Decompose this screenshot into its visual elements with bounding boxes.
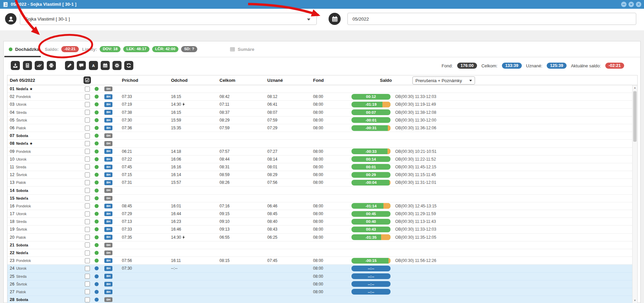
row-checkbox[interactable] bbox=[85, 172, 90, 177]
cell-celkom: 08:42 bbox=[213, 94, 261, 99]
cell-prichod: 06:21 bbox=[116, 149, 164, 154]
celkom-label: Celkom: bbox=[481, 63, 498, 68]
row-checkbox[interactable] bbox=[85, 117, 90, 123]
row-checkbox[interactable] bbox=[85, 157, 90, 162]
employee-select[interactable]: Sojka Vlastimil [ 30-1 ] bbox=[20, 13, 317, 25]
tab-saldo[interactable]: Saldo: -02:21 bbox=[45, 41, 79, 57]
close-button[interactable]: × bbox=[636, 2, 641, 7]
employee-select-value: Sojka Vlastimil [ 30-1 ] bbox=[25, 16, 70, 22]
status-dot-icon bbox=[95, 134, 99, 138]
status-dot-icon bbox=[95, 110, 99, 114]
tab-dochadzka-label: Dochádzka bbox=[15, 47, 39, 52]
status-dot-icon bbox=[95, 282, 99, 286]
comment-button[interactable] bbox=[77, 61, 86, 70]
shift-badge: 8H bbox=[104, 274, 112, 278]
refresh-button[interactable] bbox=[124, 61, 133, 70]
shift-badge: 8H bbox=[104, 172, 112, 177]
row-checkbox[interactable] bbox=[85, 110, 90, 115]
status-dot-icon bbox=[95, 259, 99, 263]
cell-day: 12Štvrtok bbox=[7, 172, 82, 177]
row-checkbox[interactable] bbox=[85, 281, 90, 287]
row-checkbox[interactable] bbox=[85, 133, 90, 138]
tab-dochadzka[interactable]: Dochádzka bbox=[9, 41, 39, 57]
saldo-pill: -01:19 bbox=[351, 102, 391, 107]
row-checkbox[interactable] bbox=[85, 258, 90, 263]
cell-day: 23Pondelok bbox=[7, 258, 82, 263]
row-checkbox[interactable] bbox=[85, 203, 90, 208]
cell-celkom: 09:13 bbox=[213, 227, 261, 232]
table-row: 10Utorok 8H 07:22 16:06 08:44 08:14 08:0… bbox=[7, 156, 637, 163]
tab-sumare[interactable]: Sumáre bbox=[230, 41, 255, 57]
row-checkbox[interactable] bbox=[85, 274, 90, 279]
edit-button[interactable] bbox=[65, 61, 74, 70]
restore-button[interactable] bbox=[629, 2, 634, 7]
row-checkbox[interactable] bbox=[85, 219, 90, 224]
sumare-label: Sumáre bbox=[238, 47, 255, 52]
cell-day: 06Piatok bbox=[7, 126, 82, 130]
print-button[interactable] bbox=[47, 61, 56, 70]
settings-button[interactable] bbox=[112, 61, 122, 70]
row-checkbox[interactable] bbox=[85, 102, 90, 107]
row-checkbox[interactable] bbox=[85, 211, 90, 216]
row-checkbox[interactable] bbox=[85, 289, 90, 294]
row-checkbox[interactable] bbox=[85, 196, 90, 201]
saldo-pill: -01:35 bbox=[351, 234, 391, 240]
plan-calendar-button[interactable] bbox=[101, 61, 110, 70]
row-checkbox[interactable] bbox=[85, 227, 90, 232]
row-checkbox[interactable] bbox=[85, 297, 90, 302]
absence-button[interactable]: A bbox=[89, 61, 98, 70]
saldo-pill: 00:29 bbox=[351, 172, 391, 178]
row-checkbox[interactable] bbox=[85, 126, 90, 131]
cell-uznane: 08:07 bbox=[261, 110, 309, 115]
saldo-pill: --:-- bbox=[351, 289, 391, 295]
tab-limity[interactable]: Limity: DOV: 18 LEK: 48:17 LČR: 42:00 SD… bbox=[82, 41, 197, 57]
saldo-pill: -01:14 bbox=[351, 203, 391, 209]
row-checkbox[interactable] bbox=[85, 87, 90, 92]
cell-note: OB(00:30) 11:15-11:45 bbox=[394, 172, 637, 177]
status-dot-icon bbox=[95, 235, 99, 239]
row-checkbox[interactable] bbox=[85, 149, 90, 154]
row-checkbox[interactable] bbox=[85, 180, 90, 185]
scrollbar-thumb[interactable] bbox=[633, 91, 637, 142]
cell-celkom: 07:16 bbox=[213, 204, 261, 208]
cell-uznane: 07:29 bbox=[261, 126, 309, 130]
period-input[interactable] bbox=[347, 13, 636, 25]
cell-saldo: -00:04 bbox=[348, 180, 394, 186]
row-checkbox[interactable] bbox=[85, 164, 90, 169]
row-checkbox[interactable] bbox=[85, 266, 90, 271]
calendar-button[interactable] bbox=[329, 13, 341, 25]
cell-fond: 08:00 bbox=[309, 157, 348, 162]
row-checkbox[interactable] bbox=[85, 235, 90, 240]
column-celkom: Celkom bbox=[213, 78, 261, 83]
cell-saldo: 00:14 bbox=[348, 156, 394, 162]
cell-day: 19Štvrtok bbox=[7, 227, 82, 232]
notes-filter-select[interactable]: Prerušenia + Poznámky bbox=[412, 76, 475, 85]
approve-button[interactable] bbox=[35, 61, 44, 70]
calculator-button[interactable] bbox=[23, 61, 32, 70]
row-checkbox[interactable] bbox=[85, 141, 90, 146]
download-button[interactable] bbox=[11, 61, 20, 70]
cell-prichod: 07:35 bbox=[116, 235, 164, 240]
cell-odchod: --:-- bbox=[164, 266, 213, 271]
printer-icon bbox=[49, 63, 54, 68]
minimize-button[interactable] bbox=[621, 2, 626, 7]
status-dot-icon bbox=[95, 266, 99, 270]
column-odchod: Odchod bbox=[164, 78, 213, 83]
shift-badge: 0H bbox=[104, 196, 112, 201]
row-checkbox[interactable] bbox=[85, 242, 90, 247]
row-checkbox[interactable] bbox=[85, 250, 90, 256]
shift-badge: 8H bbox=[104, 219, 112, 224]
cell-saldo: 00:01 bbox=[348, 164, 394, 170]
select-all-button[interactable] bbox=[83, 76, 91, 84]
row-checkbox[interactable] bbox=[85, 94, 90, 99]
cell-fond: 08:00 bbox=[309, 219, 348, 224]
cell-day: 11Streda bbox=[7, 165, 82, 169]
titlebar: 05/2022 - Sojka Vlastimil [ 30-1 ] × bbox=[0, 0, 644, 9]
scroll-up-arrow[interactable]: ▲ bbox=[633, 86, 637, 89]
scroll-down-arrow[interactable]: ▼ bbox=[633, 299, 637, 302]
employee-button[interactable] bbox=[5, 13, 16, 25]
cell-odchod: 16:06 bbox=[164, 157, 213, 162]
cell-day: 13Piatok bbox=[7, 180, 82, 185]
row-checkbox[interactable] bbox=[85, 188, 90, 193]
vertical-scrollbar[interactable]: ▲ ▼ bbox=[632, 85, 637, 303]
